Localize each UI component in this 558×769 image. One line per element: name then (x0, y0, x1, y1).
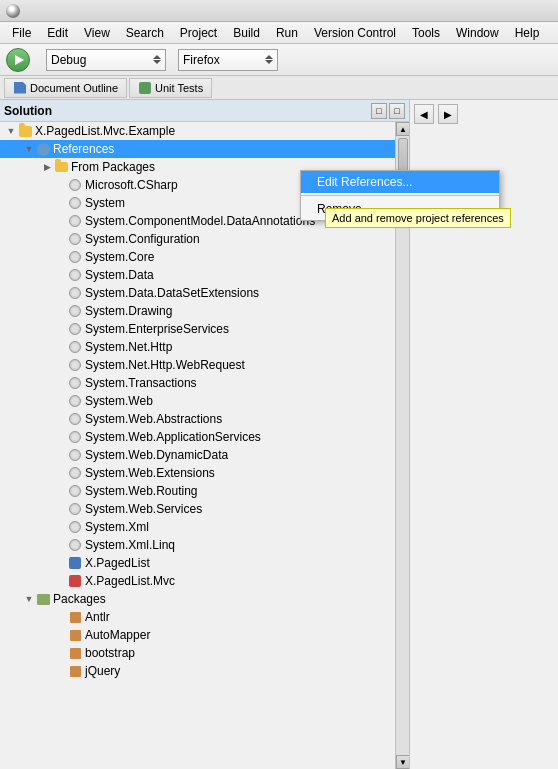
system-web-applicationservices-label: System.Web.ApplicationServices (85, 430, 261, 444)
left-panel: Solution □ □ ▼ (0, 100, 410, 769)
system-web-dynamicdata-icon (68, 448, 82, 462)
tab-document-outline-label: Document Outline (30, 82, 118, 94)
menu-tools[interactable]: Tools (404, 24, 448, 42)
tree-item-automapper[interactable]: AutoMapper (0, 626, 395, 644)
root-icon (18, 124, 32, 138)
microsoft-csharp-icon (68, 178, 82, 192)
system-net-http-label: System.Net.Http (85, 340, 172, 354)
menu-project[interactable]: Project (172, 24, 225, 42)
jquery-icon (68, 664, 82, 678)
tree-item-system-web-services[interactable]: System.Web.Services (0, 500, 395, 518)
packages-icon (36, 592, 50, 606)
run-button[interactable] (6, 48, 30, 72)
tree-item-system-web[interactable]: System.Web (0, 392, 395, 410)
tree-item-system-web-extensions[interactable]: System.Web.Extensions (0, 464, 395, 482)
scrollbar-thumb-area[interactable] (396, 136, 409, 755)
nav-back-btn[interactable]: ◀ (414, 104, 434, 124)
system-enterpriseservices-label: System.EnterpriseServices (85, 322, 229, 336)
tab-unit-tests[interactable]: Unit Tests (129, 78, 212, 98)
packages-label: Packages (53, 592, 106, 606)
solution-max-btn[interactable]: □ (389, 103, 405, 119)
references-icon (36, 142, 50, 156)
tree-item-x-pagedlist[interactable]: X.PagedList (0, 554, 395, 572)
title-bar (0, 0, 558, 22)
tree-item-system-configuration[interactable]: System.Configuration (0, 230, 395, 248)
context-menu-edit-references[interactable]: Edit References... (301, 171, 499, 193)
tree-item-system-enterpriseservices[interactable]: System.EnterpriseServices (0, 320, 395, 338)
tooltip-text: Add and remove project references (332, 212, 504, 224)
main-layout: Solution □ □ ▼ (0, 100, 558, 769)
tree-item-bootstrap[interactable]: bootstrap (0, 644, 395, 662)
tree-item-system-drawing[interactable]: System.Drawing (0, 302, 395, 320)
tree-item-system-web-dynamicdata[interactable]: System.Web.DynamicData (0, 446, 395, 464)
tab-unit-tests-label: Unit Tests (155, 82, 203, 94)
context-menu-separator (301, 195, 499, 196)
system-web-icon (68, 394, 82, 408)
menu-bar: File Edit View Search Project Build Run … (0, 22, 558, 44)
nav-forward-btn[interactable]: ▶ (438, 104, 458, 124)
references-toggle[interactable]: ▼ (22, 142, 36, 156)
system-configuration-label: System.Configuration (85, 232, 200, 246)
tree-item-system-data-datasetextensions[interactable]: System.Data.DataSetExtensions (0, 284, 395, 302)
scroll-down-btn[interactable]: ▼ (396, 755, 409, 769)
debug-select[interactable]: Debug (46, 49, 166, 71)
jquery-label: jQuery (85, 664, 120, 678)
tree-item-antlr[interactable]: Antlr (0, 608, 395, 626)
menu-run[interactable]: Run (268, 24, 306, 42)
tree-item-system-transactions[interactable]: System.Transactions (0, 374, 395, 392)
system-componentmodel-label: System.ComponentModel.DataAnnotations (85, 214, 315, 228)
x-pagedlist-mvc-icon (68, 574, 82, 588)
tree-item-system-web-abstractions[interactable]: System.Web.Abstractions (0, 410, 395, 428)
x-pagedlist-label: X.PagedList (85, 556, 150, 570)
menu-edit[interactable]: Edit (39, 24, 76, 42)
tree-item-system-data[interactable]: System.Data (0, 266, 395, 284)
tree-item-references[interactable]: ▼ References (0, 140, 395, 158)
scroll-up-btn[interactable]: ▲ (396, 122, 409, 136)
system-net-http-webrequest-label: System.Net.Http.WebRequest (85, 358, 245, 372)
system-drawing-icon (68, 304, 82, 318)
packages-toggle[interactable]: ▼ (22, 592, 36, 606)
browser-label: Firefox (183, 53, 261, 67)
system-web-applicationservices-icon (68, 430, 82, 444)
menu-window[interactable]: Window (448, 24, 507, 42)
solution-title: Solution (4, 104, 52, 118)
system-xml-linq-icon (68, 538, 82, 552)
tree-item-system-web-applicationservices[interactable]: System.Web.ApplicationServices (0, 428, 395, 446)
x-pagedlist-icon (68, 556, 82, 570)
system-web-routing-label: System.Web.Routing (85, 484, 198, 498)
tree-item-x-pagedlist-mvc[interactable]: X.PagedList.Mvc (0, 572, 395, 590)
solution-min-btn[interactable]: □ (371, 103, 387, 119)
menu-search[interactable]: Search (118, 24, 172, 42)
system-transactions-label: System.Transactions (85, 376, 197, 390)
toolbar: Debug Firefox (0, 44, 558, 76)
menu-file[interactable]: File (4, 24, 39, 42)
from-packages-toggle[interactable]: ▶ (40, 160, 54, 174)
tree-item-packages[interactable]: ▼ Packages (0, 590, 395, 608)
system-componentmodel-icon (68, 214, 82, 228)
system-net-http-webrequest-icon (68, 358, 82, 372)
menu-view[interactable]: View (76, 24, 118, 42)
tree-root[interactable]: ▼ X.PagedList.Mvc.Example (0, 122, 395, 140)
tree-item-system-web-routing[interactable]: System.Web.Routing (0, 482, 395, 500)
tree-item-system-xml[interactable]: System.Xml (0, 518, 395, 536)
menu-build[interactable]: Build (225, 24, 268, 42)
solution-header: Solution □ □ (0, 100, 409, 122)
bootstrap-label: bootstrap (85, 646, 135, 660)
menu-version-control[interactable]: Version Control (306, 24, 404, 42)
browser-select[interactable]: Firefox (178, 49, 278, 71)
tree-item-jquery[interactable]: jQuery (0, 662, 395, 680)
root-toggle[interactable]: ▼ (4, 124, 18, 138)
system-core-icon (68, 250, 82, 264)
right-nav: ◀ ▶ (410, 100, 558, 128)
tree-item-system-xml-linq[interactable]: System.Xml.Linq (0, 536, 395, 554)
system-xml-icon (68, 520, 82, 534)
system-data-datasetextensions-label: System.Data.DataSetExtensions (85, 286, 259, 300)
tab-document-outline[interactable]: Document Outline (4, 78, 127, 98)
tree-item-system-net-http[interactable]: System.Net.Http (0, 338, 395, 356)
menu-help[interactable]: Help (507, 24, 548, 42)
tree-item-system-net-http-webrequest[interactable]: System.Net.Http.WebRequest (0, 356, 395, 374)
automapper-icon (68, 628, 82, 642)
system-icon (68, 196, 82, 210)
tree-item-system-core[interactable]: System.Core (0, 248, 395, 266)
system-web-abstractions-label: System.Web.Abstractions (85, 412, 222, 426)
